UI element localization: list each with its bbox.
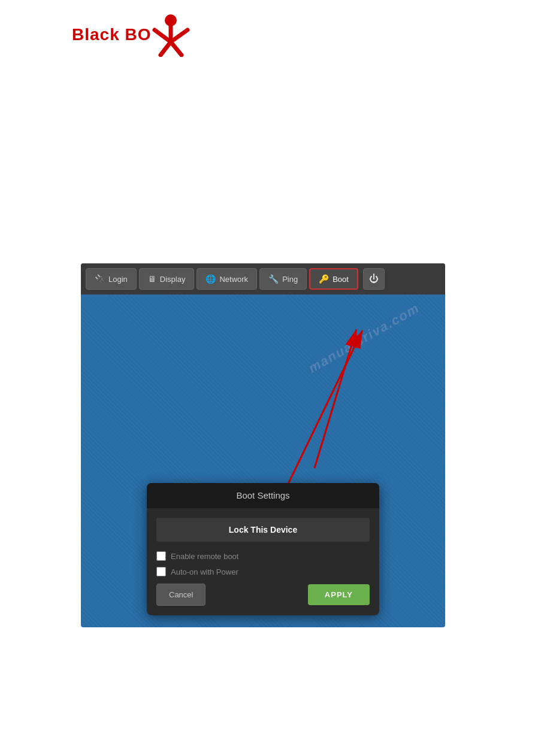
watermark: manualsriva.com <box>306 300 423 376</box>
cancel-button[interactable]: Cancel <box>156 584 205 606</box>
login-icon: 🔌 <box>95 274 105 284</box>
dialog-title-bar: Boot Settings <box>147 483 379 508</box>
network-icon: 🌐 <box>205 274 216 284</box>
auto-on-label: Auto-on with Power <box>171 567 238 576</box>
tab-ping[interactable]: 🔧 Ping <box>259 268 307 290</box>
svg-line-1 <box>155 30 171 42</box>
dialog-title: Boot Settings <box>236 490 289 500</box>
remote-boot-label: Enable remote boot <box>171 552 238 561</box>
tab-login-label: Login <box>108 275 128 284</box>
boot-icon: 🔑 <box>319 274 329 284</box>
display-icon: 🖥 <box>148 274 156 284</box>
svg-line-3 <box>161 42 171 55</box>
tab-network[interactable]: 🌐 Network <box>197 268 257 290</box>
tab-login[interactable]: 🔌 Login <box>86 268 137 290</box>
dialog-footer: Cancel APPLY <box>156 584 370 606</box>
svg-line-4 <box>171 42 182 55</box>
tab-network-label: Network <box>219 275 248 284</box>
toolbar: 🔌 Login 🖥 Display 🌐 Network 🔧 Ping 🔑 Boo… <box>81 263 445 294</box>
tab-boot-label: Boot <box>333 275 349 284</box>
main-content: manualsriva.com Boot Settings Lock This … <box>81 294 445 627</box>
remote-boot-row: Enable remote boot <box>156 551 370 561</box>
auto-on-row: Auto-on with Power <box>156 567 370 576</box>
logo-area: Black BO <box>72 12 191 57</box>
apply-button[interactable]: APPLY <box>308 584 370 605</box>
screenshot-container: 🔌 Login 🖥 Display 🌐 Network 🔧 Ping 🔑 Boo… <box>81 263 445 627</box>
remote-boot-checkbox[interactable] <box>156 551 166 561</box>
lock-device-button[interactable]: Lock This Device <box>156 518 370 542</box>
tab-boot[interactable]: 🔑 Boot <box>309 268 358 290</box>
logo-icon <box>152 12 191 57</box>
auto-on-checkbox[interactable] <box>156 567 166 576</box>
logo-text: Black BO <box>72 25 152 44</box>
ping-icon: 🔧 <box>268 274 279 284</box>
tab-display[interactable]: 🖥 Display <box>139 268 195 290</box>
tab-ping-label: Ping <box>282 275 298 284</box>
boot-settings-dialog: Boot Settings Lock This Device Enable re… <box>147 483 379 615</box>
svg-line-2 <box>171 30 188 42</box>
dialog-body: Lock This Device Enable remote boot Auto… <box>147 508 379 615</box>
power-icon: ⏻ <box>369 274 379 284</box>
power-button[interactable]: ⏻ <box>363 268 385 290</box>
tab-display-label: Display <box>160 275 186 284</box>
